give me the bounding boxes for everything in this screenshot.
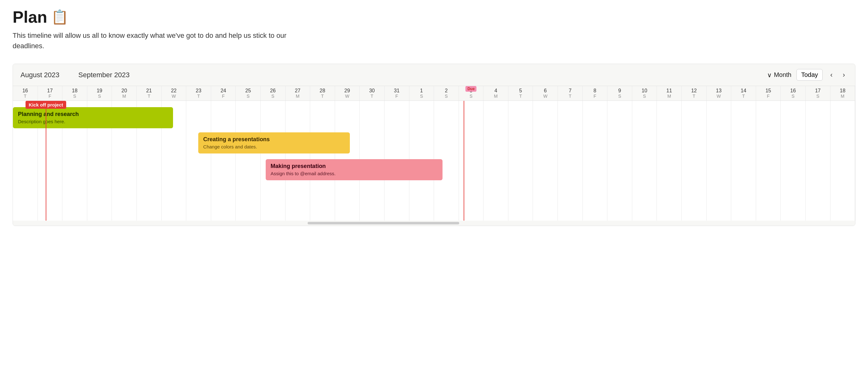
day-name: M bbox=[112, 94, 136, 99]
task-bar-task-2[interactable]: Creating a presentationsChange colors an… bbox=[198, 132, 350, 153]
day-name: T bbox=[137, 94, 161, 99]
timeline-body: Kick off projectPlanning and researchDes… bbox=[13, 101, 855, 221]
day-cell-13-28: 13W bbox=[707, 86, 732, 100]
due-badge: Due bbox=[466, 86, 476, 92]
day-cell-11-26: 11M bbox=[657, 86, 682, 100]
grid-line bbox=[484, 101, 508, 221]
day-name: S bbox=[62, 94, 87, 99]
day-number: 11 bbox=[657, 88, 681, 94]
grid-line bbox=[211, 101, 236, 221]
day-number: 23 bbox=[186, 88, 211, 94]
grid-line bbox=[558, 101, 583, 221]
day-cell-6-21: 6W bbox=[533, 86, 558, 100]
day-number: 27 bbox=[285, 88, 310, 94]
grid-line bbox=[657, 101, 682, 221]
day-cell-2-17: 2S bbox=[434, 86, 459, 100]
milestone-line bbox=[46, 109, 46, 221]
day-number: 17 bbox=[806, 88, 830, 94]
day-cell-26-10: 26S bbox=[261, 86, 285, 100]
day-cell-24-8: 24F bbox=[211, 86, 236, 100]
day-number: 20 bbox=[112, 88, 136, 94]
day-number: 16 bbox=[781, 88, 805, 94]
grid-line bbox=[459, 101, 484, 221]
day-number: 28 bbox=[310, 88, 335, 94]
grid-line bbox=[707, 101, 732, 221]
day-number: 7 bbox=[558, 88, 583, 94]
day-number: 10 bbox=[632, 88, 657, 94]
day-cell-23-7: 23T bbox=[186, 86, 211, 100]
timeline-months: August 2023 September 2023 bbox=[21, 71, 129, 79]
milestone-marker[interactable]: Kick off project bbox=[26, 101, 66, 221]
milestone-badge: Kick off project bbox=[26, 101, 66, 109]
day-name: S bbox=[607, 94, 632, 99]
next-nav-button[interactable]: › bbox=[840, 70, 847, 80]
day-number: 22 bbox=[162, 88, 186, 94]
timeline-scroll-area[interactable] bbox=[13, 221, 855, 226]
task-description: Change colors and dates. bbox=[203, 144, 257, 149]
day-name: S bbox=[632, 94, 657, 99]
day-name: S bbox=[781, 94, 805, 99]
chevron-down-icon: ∨ bbox=[767, 71, 772, 79]
day-number: 8 bbox=[583, 88, 607, 94]
timeline-controls: ∨ Month Today ‹ › bbox=[767, 69, 847, 81]
day-name: F bbox=[756, 94, 781, 99]
day-cell-16-0: 16T bbox=[13, 86, 38, 100]
day-number: 18 bbox=[831, 88, 855, 94]
day-cell-31-15: 31F bbox=[384, 86, 409, 100]
month-right: September 2023 bbox=[79, 71, 130, 79]
timeline-container: August 2023 September 2023 ∨ Month Today… bbox=[12, 64, 856, 226]
day-name: T bbox=[310, 94, 335, 99]
day-cell-20-4: 20M bbox=[112, 86, 137, 100]
day-number: 21 bbox=[137, 88, 161, 94]
day-name: S bbox=[261, 94, 285, 99]
title-text: Plan bbox=[12, 7, 47, 27]
task-bar-task-3[interactable]: Making presentationAssign this to @email… bbox=[266, 159, 442, 180]
grid-line bbox=[632, 101, 657, 221]
today-button[interactable]: Today bbox=[797, 69, 823, 81]
day-cell-5-20: 5T bbox=[508, 86, 533, 100]
day-name: W bbox=[533, 94, 558, 99]
day-cell-17-32: 17S bbox=[806, 86, 831, 100]
day-name: F bbox=[38, 94, 62, 99]
day-number: 14 bbox=[731, 88, 756, 94]
day-number: 31 bbox=[384, 88, 409, 94]
day-cell-16-31: 16S bbox=[781, 86, 806, 100]
day-name: F bbox=[211, 94, 236, 99]
day-number: 19 bbox=[87, 88, 112, 94]
day-name: M bbox=[831, 94, 855, 99]
grid-line bbox=[831, 101, 855, 221]
day-number: 2 bbox=[434, 88, 459, 94]
day-name: F bbox=[384, 94, 409, 99]
day-cell-22-6: 22W bbox=[162, 86, 187, 100]
prev-nav-button[interactable]: ‹ bbox=[828, 70, 835, 80]
view-selector[interactable]: ∨ Month bbox=[767, 71, 792, 79]
day-cell-27-11: 27M bbox=[285, 86, 310, 100]
day-name: M bbox=[285, 94, 310, 99]
title-icon: 📋 bbox=[51, 9, 68, 25]
day-name: T bbox=[731, 94, 756, 99]
scroll-thumb[interactable] bbox=[308, 222, 459, 224]
day-cell-15-30: 15F bbox=[756, 86, 781, 100]
grid-line bbox=[583, 101, 608, 221]
day-number: 12 bbox=[682, 88, 706, 94]
view-label: Month bbox=[774, 71, 792, 79]
month-left: August 2023 bbox=[21, 71, 60, 79]
day-name: F bbox=[583, 94, 607, 99]
day-name: T bbox=[508, 94, 533, 99]
day-number: 24 bbox=[211, 88, 236, 94]
day-cell-10-25: 10S bbox=[632, 86, 657, 100]
day-cell-7-22: 7T bbox=[558, 86, 583, 100]
page-container: Plan 📋 This timeline will allow us all t… bbox=[0, 0, 868, 226]
day-name: S bbox=[409, 94, 434, 99]
day-number: 25 bbox=[236, 88, 260, 94]
grid-line bbox=[186, 101, 211, 221]
grid-line bbox=[756, 101, 781, 221]
day-cell-18-2: 18S bbox=[62, 86, 87, 100]
day-cell-19-3: 19S bbox=[87, 86, 112, 100]
page-description: This timeline will allow us all to know … bbox=[12, 30, 296, 51]
day-name: W bbox=[335, 94, 360, 99]
day-cell-3-18: Due3S bbox=[459, 86, 484, 100]
day-number: 9 bbox=[607, 88, 632, 94]
day-name: T bbox=[186, 94, 211, 99]
task-description: Assign this to @email address. bbox=[271, 171, 336, 176]
